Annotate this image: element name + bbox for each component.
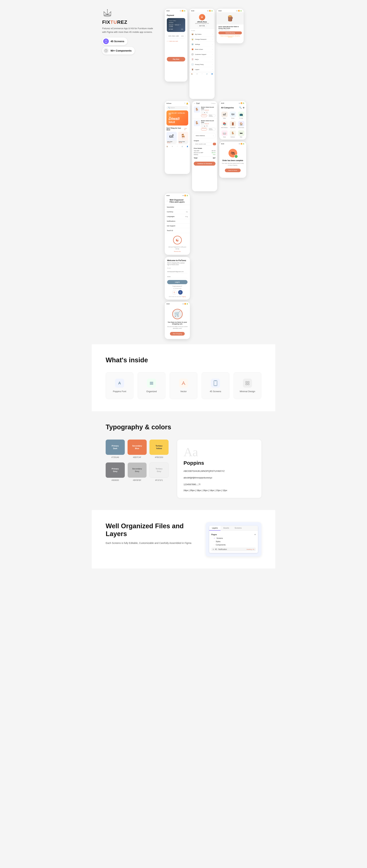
profile-screen-mock: 04:20 ▪▪▪ 📶 🔋 A Alfredo Ross syalfresian… [190,9,215,99]
filter-icon[interactable]: ⊕ [243,106,245,109]
whats-inside-section: What's inside A Poppins Font Organized [92,344,275,411]
primary-grey-swatch-wrapper: PrimaryGrey #808083 [106,462,125,481]
checkout-btn[interactable]: Continue to Checkout [194,162,216,166]
select-address[interactable]: Select Address › [194,133,216,138]
fingerprint-icon: ☯ [173,236,182,244]
view-all-link[interactable]: View all [184,128,188,130]
badge-icon [103,38,109,44]
cart-screen-mock: ← Cart 2 items 🪑 Modern Swivel Accent Ch… [192,101,217,191]
cat-beds[interactable]: 🛏 Beds [237,129,245,138]
components-badge-label: 90+ Components [111,49,132,52]
cat-cupboards[interactable]: 🚪 Cupboards [229,120,237,129]
figma-screens-row[interactable]: ✓ Screens [211,536,256,540]
nav-grid-2[interactable]: ⊞ [170,146,175,147]
figma-notification-row[interactable]: ⊞ 45 · Notification Heading / 81 [211,548,256,551]
figma-add-btn[interactable]: + [254,533,256,536]
settings-notifications[interactable]: Notifications [165,219,190,224]
nav-cart[interactable]: 🛒 [204,73,209,75]
figma-pages-row: Pages + [211,532,256,536]
svg-rect-18 [214,380,217,386]
wishlist-btn-1[interactable]: Add to Wishlist [208,114,216,117]
nav-heart[interactable]: ♡ [199,73,204,75]
cat-bookshelves[interactable]: 📚 Book Shelves [220,120,228,129]
primary-dark-swatch-wrapper: PrimaryDark #7291A6 [106,439,125,458]
back-home-btn[interactable]: Back to Home [225,168,241,172]
figma-tabs: Layers Assets Screens [209,526,258,531]
cat-dining[interactable]: 🍽 Dining [229,111,237,120]
cat-homeassist[interactable]: 🏠 Home Assist [237,120,245,129]
change-password-item[interactable]: 🔒Change Password › [190,37,215,42]
screens-feature-label: 45 Screens [210,390,221,393]
primary-dark-swatch: PrimaryDark [106,439,125,455]
cat-recliners[interactable]: 🪑 Recliners [229,129,237,138]
coupon-input[interactable] [194,143,212,146]
login-btn[interactable]: Log In [167,280,188,284]
nav-grid[interactable]: ⊞ [194,73,199,75]
nav-home-2[interactable]: 🏠 [165,146,170,147]
add-card[interactable]: + + Add new card [167,39,185,43]
settings-currency[interactable]: CurrencyDo [165,210,190,214]
figma-tab-layers[interactable]: Layers [209,526,221,530]
qty-plus-1[interactable]: + [205,111,208,114]
product-card-1[interactable]: 🛋 Sofa Chair $37.00 [167,132,177,144]
customer-support-item[interactable]: 💬Customer Support › [190,52,215,57]
tertiary-yellow-hex: #FBCE50 [155,456,163,458]
figma-tab-assets[interactable]: Assets [221,526,232,530]
email-input[interactable] [167,270,188,273]
screens-showcase: 04:20 ▪▪▪ 📶 🔋 Payment VALID THRU 02/2024… [165,9,265,339]
forgot-password-link[interactable]: Forgot password? [167,286,188,287]
poppins-icon: A [115,379,124,388]
settings-touchid[interactable]: Touch ID [165,228,190,233]
remove-btn-2[interactable]: Remove [201,128,207,130]
search-icon[interactable]: 🔍 [239,106,242,109]
my-orders-item[interactable]: 📦My Orders › [190,32,215,37]
nav-home[interactable]: 🏠 [190,73,194,75]
wishlist-btn-2[interactable]: Add to Wishlist [208,128,216,130]
coupon-apply-btn[interactable]: › [213,143,216,145]
qty-minus-2[interactable]: - [201,125,203,127]
facebook-btn[interactable]: f [178,290,182,294]
qty-plus-2[interactable]: + [205,125,208,127]
settings-item[interactable]: ⚙️Settings › [190,42,215,47]
font-alphabet-lower: abcdefghijklmnopqrstuvwxyz [184,476,255,480]
cancel-booking-btn[interactable]: Cancel Booking [219,31,242,34]
complete-desc: Your order has been placed and it's okay… [222,162,244,166]
cat-study[interactable]: 📖 Study [220,129,228,138]
figma-tab-screens[interactable]: Screens [232,526,244,530]
pay-now-btn[interactable]: Pay Now [167,57,185,61]
or-connect: or connect with [167,288,188,289]
primary-grey-swatch: PrimaryGrey [106,462,125,478]
logout-item[interactable]: 🚪Logout › [190,67,215,72]
nav-heart-2[interactable]: ♡ [175,146,180,147]
typography-section: Typography & colors PrimaryDark #7291A6 … [92,411,275,510]
nav-cart-2[interactable]: 🛒 [180,146,185,147]
signup-link[interactable]: Don't have an account? Signup [167,296,188,297]
features-grid: A Poppins Font Organized [106,372,261,399]
figma-components-row[interactable]: ◦ Components [211,543,256,547]
figma-styles-row[interactable]: ◦ Styles [211,540,256,543]
settings-newsletter[interactable]: Newsletter [165,205,190,210]
settings-support[interactable]: Get Support [165,224,190,228]
brand-tagline: Fixturez eCommerce App UI Kit for Furnit… [102,27,154,34]
remove-link[interactable]: Remove this [174,251,181,252]
start-shopping-btn[interactable]: Start Shopping [170,332,185,336]
cat-sofas[interactable]: 🛋 Sofas [220,111,228,120]
refer-earn-item[interactable]: 🎁Refer & Earn › [190,47,215,52]
search-bar[interactable]: 🔍 Search [167,106,188,110]
nav-person-2[interactable]: 👤 [185,146,190,147]
nav-person[interactable]: 👤 [209,73,215,75]
avatar: A [199,14,205,20]
fingerprint-area: ☯ Add your fingerprint to verify your id… [165,233,190,255]
privacy-policy-item[interactable]: 📄Privacy Policy › [190,62,215,67]
remove-btn-1[interactable]: Remove [201,114,207,117]
cat-tvunits[interactable]: 📺 Tv Units [237,111,245,120]
faqs-item[interactable]: ❓FAQ's › [190,57,215,62]
font-alphabet-upper: ABCDEFGHIJKLMNOPQRSTUVWXYZ [184,469,255,473]
qty-minus-1[interactable]: - [201,111,203,114]
google-btn[interactable]: G [172,290,177,294]
edit-profile-btn[interactable]: Edit Profile [197,25,207,27]
product-card-2[interactable]: 🪑 Dining Chair $47.00 [178,132,188,144]
payment-card: VALID THRU 02/2024 0215 • 5312 • 1289 by… [167,18,185,32]
settings-languages[interactable]: LanguagesEng [165,214,190,219]
password-input[interactable] [167,275,188,278]
